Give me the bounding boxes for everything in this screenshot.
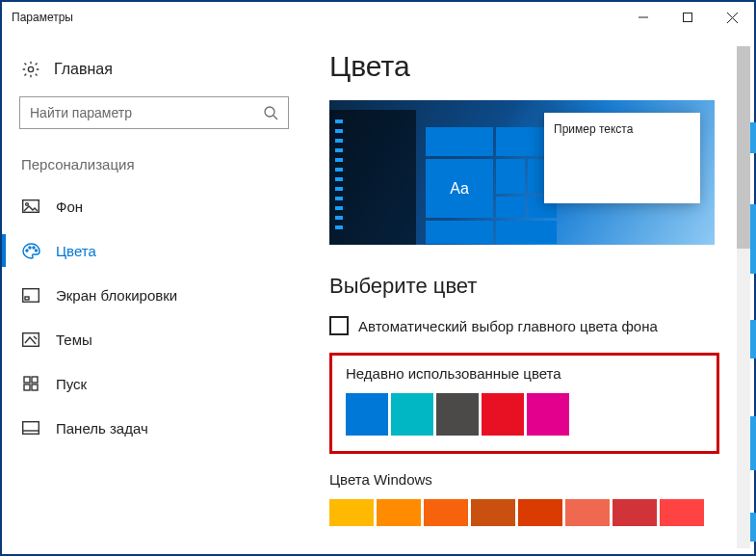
gear-icon	[21, 60, 40, 79]
svg-point-4	[28, 66, 33, 71]
color-swatch[interactable]	[471, 499, 515, 526]
checkbox-box	[329, 316, 349, 335]
color-swatch[interactable]	[346, 393, 388, 436]
sidebar-item-colors[interactable]: Цвета	[19, 228, 300, 273]
recent-color-swatches	[346, 393, 703, 436]
maximize-button[interactable]	[665, 2, 710, 33]
preview-sample-text: Пример текста	[554, 122, 633, 136]
search-icon	[263, 105, 278, 120]
color-swatch[interactable]	[436, 393, 479, 436]
preview-tile-aa: Aa	[426, 159, 493, 218]
svg-line-6	[274, 116, 277, 119]
preview-sample-window: Пример текста	[544, 113, 700, 203]
themes-icon	[21, 332, 40, 347]
svg-point-9	[26, 250, 28, 252]
search-input[interactable]: Найти параметр	[19, 96, 289, 129]
picture-icon	[21, 199, 40, 213]
svg-rect-15	[23, 332, 39, 346]
home-label: Главная	[54, 61, 113, 78]
color-swatch[interactable]	[527, 393, 569, 436]
svg-point-12	[35, 250, 37, 252]
vertical-scrollbar[interactable]	[737, 46, 750, 548]
svg-rect-20	[23, 422, 39, 435]
start-icon	[21, 376, 40, 391]
sidebar-item-label: Пуск	[56, 376, 87, 392]
palette-icon	[21, 243, 40, 259]
auto-color-checkbox[interactable]: Автоматический выбор главного цвета фона	[329, 316, 735, 335]
choose-color-heading: Выберите цвет	[329, 274, 735, 299]
close-button[interactable]	[710, 2, 754, 33]
titlebar: Параметры	[2, 2, 754, 33]
settings-window: Параметры Главная	[0, 0, 756, 556]
windows-colors-label: Цвета Windows	[329, 471, 735, 488]
nav-list: Фон Цвета Экран блокировки	[19, 184, 300, 450]
section-label: Персонализация	[21, 156, 300, 172]
color-swatch[interactable]	[391, 393, 433, 436]
lockscreen-icon	[21, 288, 40, 303]
sidebar-item-taskbar[interactable]: Панель задач	[19, 406, 300, 450]
window-controls	[621, 2, 754, 33]
sidebar-item-start[interactable]: Пуск	[19, 361, 300, 406]
color-swatch[interactable]	[565, 499, 610, 526]
sidebar-item-label: Фон	[56, 199, 83, 215]
color-swatch[interactable]	[329, 499, 374, 526]
sidebar-item-label: Цвета	[56, 243, 96, 259]
sidebar-item-label: Темы	[56, 331, 92, 348]
svg-rect-16	[24, 377, 30, 383]
color-swatch[interactable]	[377, 499, 421, 526]
svg-point-10	[29, 247, 31, 249]
scrollbar-thumb[interactable]	[737, 46, 750, 249]
sidebar-item-lockscreen[interactable]: Экран блокировки	[19, 273, 300, 317]
sidebar-item-background[interactable]: Фон	[19, 184, 300, 228]
checkbox-label: Автоматический выбор главного цвета фона	[358, 318, 658, 334]
sidebar-item-label: Панель задач	[56, 420, 148, 437]
sidebar-item-themes[interactable]: Темы	[19, 317, 300, 361]
home-link[interactable]: Главная	[19, 52, 300, 96]
svg-rect-19	[32, 384, 38, 390]
svg-point-11	[33, 247, 35, 249]
sidebar: Главная Найти параметр Персонализация Фо…	[2, 33, 300, 554]
taskbar-icon	[21, 421, 40, 435]
windows-color-swatches	[329, 499, 735, 526]
svg-rect-14	[25, 297, 29, 300]
svg-point-8	[26, 203, 29, 206]
color-preview: Aa Пример текста	[329, 100, 715, 245]
svg-rect-18	[24, 384, 30, 390]
window-title: Параметры	[12, 11, 73, 24]
sidebar-item-label: Экран блокировки	[56, 287, 177, 304]
color-swatch[interactable]	[613, 499, 657, 526]
search-placeholder: Найти параметр	[30, 105, 132, 120]
recent-colors-highlight: Недавно использованные цвета	[329, 353, 719, 454]
color-swatch[interactable]	[660, 499, 704, 526]
page-title: Цвета	[329, 50, 735, 83]
svg-point-5	[265, 107, 274, 117]
svg-rect-1	[684, 13, 692, 22]
svg-rect-17	[32, 377, 38, 383]
main-content: Цвета Aa Пример текста Выберите цвет Авт…	[300, 33, 754, 554]
color-swatch[interactable]	[518, 499, 562, 526]
color-swatch[interactable]	[482, 393, 524, 436]
color-swatch[interactable]	[424, 499, 468, 526]
recent-colors-label: Недавно использованные цвета	[346, 365, 703, 382]
minimize-button[interactable]	[621, 2, 665, 33]
